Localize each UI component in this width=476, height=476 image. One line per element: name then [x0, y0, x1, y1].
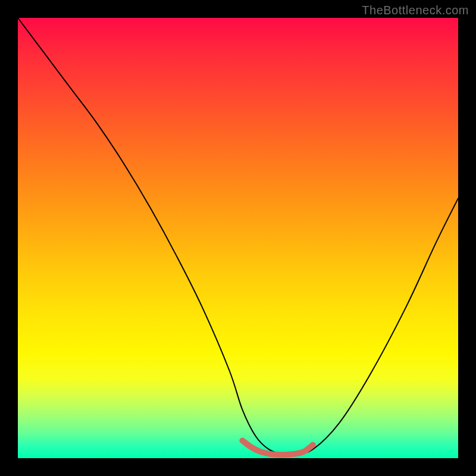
plot-area [18, 18, 458, 458]
curve-layer [18, 18, 458, 458]
bottom-highlight [242, 440, 312, 455]
bottleneck-curve [18, 18, 458, 455]
chart-frame: TheBottleneck.com [0, 0, 476, 476]
watermark-label: TheBottleneck.com [362, 4, 469, 17]
